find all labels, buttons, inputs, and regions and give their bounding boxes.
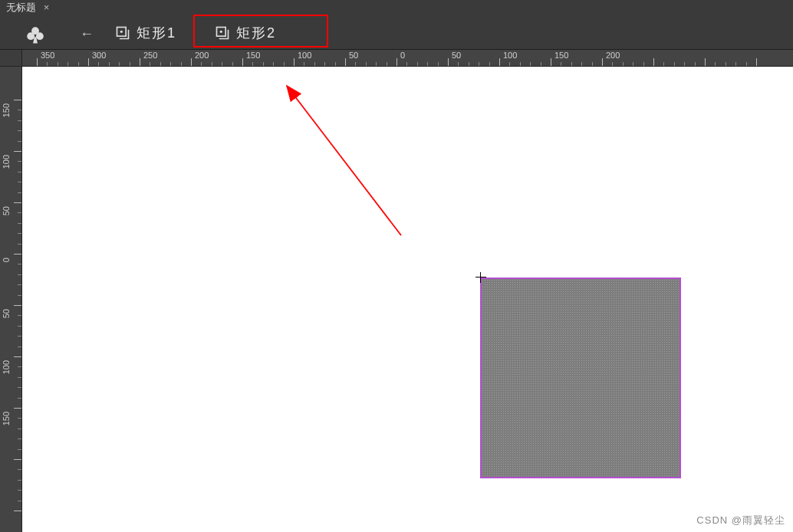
breadcrumb-item-rect1[interactable]: 矩形1: [115, 21, 176, 44]
document-tabs: 无标题 ×: [0, 0, 55, 15]
ruler-tick-minor: [18, 274, 21, 275]
ruler-tick-minor: [18, 377, 21, 378]
layer-icon: [115, 25, 130, 41]
ruler-tick-minor: [18, 366, 21, 367]
ruler-tick-major: [242, 58, 243, 66]
ruler-tick-major: [140, 58, 140, 66]
club-icon[interactable]: [25, 25, 46, 46]
ruler-tick-major: [14, 151, 21, 152]
ruler-tick-minor: [746, 62, 747, 66]
ruler-tick-minor: [623, 62, 624, 66]
ruler-tick-major: [14, 459, 21, 460]
shape-rect-2[interactable]: [480, 277, 681, 478]
artboard[interactable]: [22, 67, 793, 532]
ruler-tick-minor: [98, 62, 99, 66]
ruler-tick-minor: [18, 141, 21, 142]
horizontal-ruler[interactable]: 35030025020015010050050100150200: [22, 50, 793, 67]
svg-point-4: [120, 31, 123, 33]
ruler-tick-minor: [612, 62, 613, 66]
ruler-tick-minor: [284, 62, 285, 66]
ruler-tick-minor: [458, 62, 459, 66]
ruler-tick-minor: [509, 62, 510, 66]
ruler-tick-minor: [571, 62, 572, 66]
ruler-tick-minor: [469, 62, 469, 66]
ruler-label: 300: [92, 51, 106, 60]
ruler-tick-minor: [18, 192, 21, 193]
ruler-tick-minor: [18, 172, 21, 172]
ruler-tick-minor: [715, 62, 716, 66]
ruler-tick-minor: [530, 62, 531, 66]
svg-line-7: [287, 86, 401, 235]
ruler-label: 150: [554, 51, 568, 60]
back-arrow-icon[interactable]: ←: [80, 26, 94, 42]
ruler-tick-minor: [366, 62, 367, 66]
ruler-tick-major: [14, 202, 21, 203]
ruler-tick-minor: [18, 264, 21, 264]
ruler-tick-minor: [18, 182, 21, 182]
ruler-tick-minor: [18, 295, 21, 296]
ruler-tick-minor: [355, 62, 356, 66]
ruler-tick-minor: [18, 387, 21, 388]
ruler-tick-minor: [684, 62, 685, 66]
ruler-tick-minor: [18, 223, 21, 224]
ruler-label: 0: [2, 258, 11, 262]
ruler-tick-minor: [232, 62, 233, 66]
watermark-text: CSDN @雨翼轻尘: [696, 514, 785, 527]
ruler-tick-major: [37, 58, 38, 66]
ruler-tick-major: [14, 254, 21, 255]
ruler-tick-minor: [18, 284, 21, 285]
ruler-tick-minor: [18, 449, 21, 450]
svg-point-1: [27, 32, 35, 40]
ruler-tick-minor: [181, 62, 182, 66]
svg-point-6: [220, 31, 222, 33]
ruler-tick-minor: [663, 62, 664, 66]
ruler-tick-minor: [387, 62, 387, 66]
ruler-origin-corner[interactable]: [0, 50, 22, 67]
breadcrumb-label: 矩形2: [236, 24, 276, 42]
ruler-tick-major: [14, 408, 21, 409]
ruler-tick-minor: [170, 62, 171, 66]
ruler-tick-major: [602, 58, 603, 66]
ruler-label: 150: [246, 51, 260, 60]
ruler-tick-minor: [273, 62, 274, 66]
breadcrumb-item-rect2[interactable]: 矩形2: [215, 21, 276, 44]
ruler-tick-minor: [160, 62, 161, 66]
ruler-label: 350: [41, 51, 54, 60]
ruler-label: 200: [606, 51, 620, 60]
ruler-tick-minor: [58, 62, 58, 66]
ruler-tick-minor: [438, 62, 439, 66]
app-root: 无标题 × ← 矩形1 矩形2: [0, 0, 793, 532]
ruler-tick-major: [551, 58, 551, 66]
ruler-tick-minor: [18, 315, 21, 316]
ruler-tick-minor: [18, 346, 21, 347]
ruler-label: 100: [2, 360, 11, 374]
document-tab-title: 无标题: [6, 2, 36, 13]
canvas-area[interactable]: [22, 67, 793, 532]
ruler-label: 0: [400, 51, 405, 60]
ruler-tick-minor: [592, 62, 593, 66]
ruler-tick-minor: [18, 326, 21, 327]
ruler-tick-minor: [520, 62, 521, 66]
svg-point-2: [36, 32, 44, 40]
ruler-tick-minor: [109, 62, 110, 66]
ruler-tick-minor: [489, 62, 490, 66]
ruler-tick-major: [448, 58, 449, 66]
ruler-tick-minor: [222, 62, 222, 66]
ruler-tick-minor: [541, 62, 541, 66]
ruler-label: 100: [298, 51, 311, 60]
ruler-tick-major: [14, 356, 21, 357]
ruler-tick-minor: [561, 62, 561, 66]
ruler-label: 100: [2, 155, 11, 169]
ruler-tick-major: [653, 58, 654, 66]
ruler-tick-minor: [78, 62, 79, 66]
ruler-tick-major: [14, 511, 21, 511]
ruler-tick-minor: [18, 244, 21, 245]
tab-close-icon[interactable]: ×: [44, 2, 50, 13]
ruler-tick-minor: [18, 130, 21, 131]
ruler-tick-minor: [427, 62, 428, 66]
document-tab[interactable]: 无标题 ×: [0, 0, 55, 15]
ruler-tick-minor: [67, 62, 68, 66]
ruler-label: 50: [2, 309, 11, 318]
ruler-label: 150: [2, 412, 11, 425]
vertical-ruler[interactable]: 15010050050100150: [0, 67, 22, 532]
